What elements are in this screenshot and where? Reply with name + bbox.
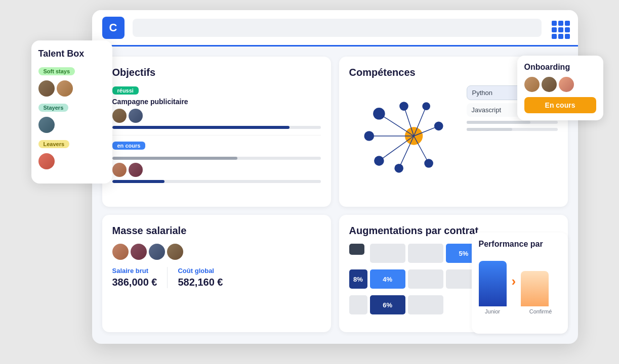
progress-bar-2 [112,157,321,160]
masse-values: Salaire brut 386,000 € Coût global 582,1… [112,267,321,288]
talent-group-stayers: Stayers [38,103,105,133]
perf-label-junior: Junior [479,308,507,314]
masse-divider [167,267,168,288]
salaire-brut-value: 386,000 € [112,277,157,288]
progress-fill-3 [112,180,164,183]
cout-global-value: 582,160 € [178,277,223,288]
objectifs-title: Objectifs [112,67,321,78]
progress-bar-1 [112,126,321,129]
talent-box-title: Talent Box [38,49,105,59]
salaire-brut-col: Salaire brut 386,000 € [112,267,157,288]
avatar [38,80,55,97]
avatar [149,244,165,260]
divider [112,135,321,135]
performance-title: Performance par [479,240,561,249]
aug-cell-8pct: 8% [349,269,367,289]
aug-cell [370,244,405,263]
perf-label-confirme: Confirmé [527,308,555,314]
avatar [129,109,143,123]
masse-salariale-card: Masse salariale Salaire brut 386,000 € C… [102,215,331,332]
progress-fill-2 [112,157,237,160]
network-chart [349,85,459,187]
masse-title: Masse salariale [112,225,321,237]
avatar [131,244,147,260]
network-svg [349,85,459,187]
aug-cell [408,244,443,263]
avatar [38,153,55,169]
objectif-item-2: en cours [112,141,321,183]
talent-group-softstays: Soft stays [38,66,105,97]
svg-point-1 [373,108,385,120]
chevron-right-icon: › [512,274,516,289]
stayers-badge: Stayers [38,104,69,112]
aug-cell [349,295,367,314]
salaire-brut-label: Salaire brut [112,267,157,275]
aug-cell-4pct: 4% [370,269,405,289]
onboarding-title: Onboarding [524,63,596,72]
aug-cell [408,295,443,314]
reussi-badge: réussi [112,86,139,95]
avatar [524,77,540,92]
en-cours-badge: en cours [112,142,146,150]
skill-name: Javascript [472,106,502,114]
avatar [112,163,127,177]
perf-bar-junior [479,261,507,306]
progress-bar-3 [112,180,321,183]
aug-cell [408,269,443,289]
avatar [542,77,557,92]
skill-name: Python [472,89,492,97]
leavers-badge: Leavers [38,140,70,148]
perf-labels: Junior Confirmé [479,308,561,314]
svg-point-6 [434,122,443,131]
objectif-item-1: réussi Campagne publicitaire [112,85,321,129]
avatar [129,163,143,177]
main-dashboard: C Objectifs réussi [92,10,578,344]
perf-bar-confirme [521,271,549,306]
objectifs-card: Objectifs réussi Campagne publicitaire e [102,57,331,207]
avatar [38,117,55,133]
avatar [57,80,73,97]
onboarding-card: Onboarding En cours [517,56,603,120]
progress-fill-1 [112,126,290,129]
cout-global-col: Coût global 582,160 € [178,267,223,288]
talent-group-leavers: Leavers [38,139,105,169]
svg-line-9 [379,114,414,136]
aug-row-label [349,244,364,255]
dashboard-header: C [92,10,578,47]
softstays-badge: Soft stays [38,67,75,75]
cout-global-label: Coût global [178,267,223,275]
masse-avatars [112,244,321,260]
avatar [112,244,129,260]
perf-bars: › [479,256,561,306]
avatar [559,77,574,92]
logo: C [102,17,125,39]
search-bar[interactable] [133,19,542,37]
skill-bar-2 [467,128,558,131]
avatar [167,244,183,260]
svg-point-3 [374,156,384,166]
onboarding-avatars [524,77,596,92]
aug-cell-6pct: 6% [370,295,405,314]
grid-menu-icon[interactable] [550,19,568,37]
objectif-name-1: Campagne publicitaire [112,98,321,106]
talent-box-card: Talent Box Soft stays Stayers Leavers [31,40,112,184]
en-cours-button[interactable]: En cours [524,97,596,113]
svg-line-11 [379,136,414,161]
avatar [112,109,127,123]
performance-card: Performance par › Junior Confirmé [472,233,568,334]
skill-bar-1 [467,121,558,124]
